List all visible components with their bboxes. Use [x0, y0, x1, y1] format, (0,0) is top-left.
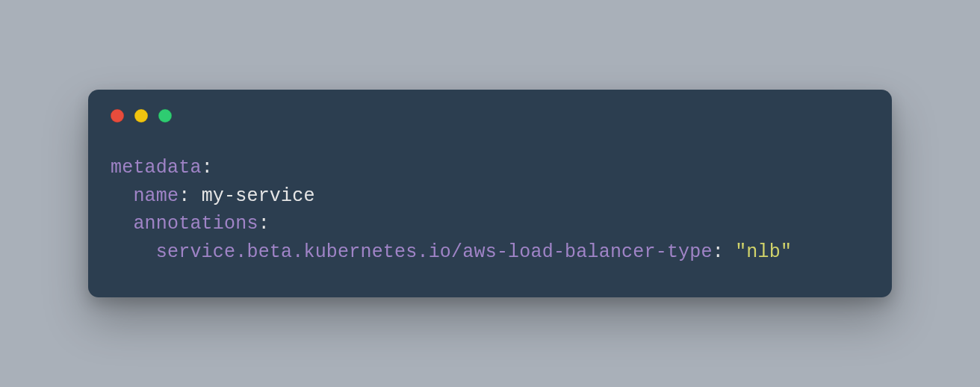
- colon: :: [202, 157, 213, 179]
- indent: [111, 213, 133, 235]
- colon: :: [258, 213, 270, 235]
- close-icon[interactable]: [111, 109, 124, 123]
- window-titlebar: [88, 90, 892, 123]
- yaml-value: my-service: [202, 185, 315, 207]
- colon: :: [713, 241, 724, 263]
- yaml-key: metadata: [111, 157, 202, 179]
- yaml-string: "nlb": [735, 241, 792, 263]
- code-window: metadata: name: my-service annotations: …: [88, 90, 892, 297]
- minimize-icon[interactable]: [134, 109, 148, 123]
- yaml-key: name: [133, 185, 179, 207]
- colon: :: [179, 185, 190, 207]
- yaml-key: service.beta.kubernetes.io/aws-load-bala…: [156, 241, 713, 263]
- indent: [111, 241, 156, 263]
- yaml-key: annotations: [133, 213, 258, 235]
- code-block: metadata: name: my-service annotations: …: [88, 123, 892, 266]
- indent: [111, 185, 133, 207]
- maximize-icon[interactable]: [158, 109, 172, 123]
